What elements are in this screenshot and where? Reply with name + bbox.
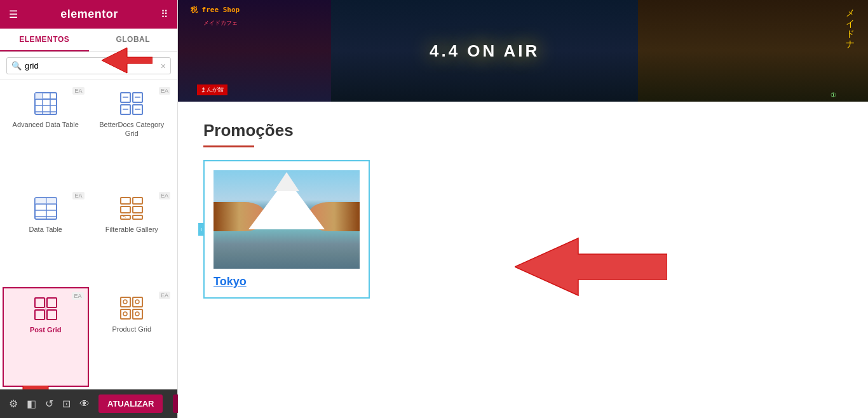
svg-rect-22 xyxy=(46,198,57,204)
widget-label-filterable-gallery: Filterable Gallery xyxy=(105,225,158,234)
search-clear-icon[interactable]: × xyxy=(161,61,166,71)
section-title: Promoções xyxy=(203,121,843,140)
sidebar: ☰ elementor ⠿ ELEMENTOS GLOBAL 🔍 × EA xyxy=(0,0,178,418)
svg-point-41 xyxy=(123,300,127,304)
main-content-area: Promoções ‹ Tokyo xyxy=(178,102,868,418)
widget-data-table[interactable]: EA Data Table xyxy=(3,187,89,287)
ea-badge-2: EA xyxy=(159,87,170,95)
widget-product-grid[interactable]: EA Product Grid xyxy=(89,287,175,387)
tab-elementos[interactable]: ELEMENTOS xyxy=(0,29,89,51)
sidebar-header: ☰ elementor ⠿ xyxy=(0,0,177,29)
svg-rect-32 xyxy=(35,310,44,320)
svg-point-44 xyxy=(135,312,139,316)
svg-rect-26 xyxy=(133,206,142,213)
svg-point-43 xyxy=(123,312,127,316)
svg-rect-24 xyxy=(133,198,142,204)
search-icon: 🔍 xyxy=(11,61,22,71)
widget-label-data-table: Data Table xyxy=(29,225,62,234)
main-content: 税 free Shop メイドカフェ まんが館 4.4 ON AIR メイドナ … xyxy=(178,0,868,418)
post-card: Tokyo xyxy=(214,170,360,288)
post-grid-icon xyxy=(33,296,58,321)
filterable-gallery-icon xyxy=(119,196,144,221)
post-title-link[interactable]: Tokyo xyxy=(214,275,247,288)
app-title: elementor xyxy=(60,8,118,21)
svg-marker-45 xyxy=(515,238,667,295)
widget-advanced-data-table[interactable]: EA Advanced Data Table xyxy=(3,83,89,187)
sidebar-tabs: ELEMENTOS GLOBAL xyxy=(0,29,177,52)
ea-badge-3: EA xyxy=(72,192,84,199)
widget-label-post-grid: Post Grid xyxy=(30,325,62,334)
content-box-handle: ‹ xyxy=(198,223,205,236)
ea-badge-5: EA xyxy=(72,292,83,300)
svg-rect-7 xyxy=(35,93,43,99)
svg-rect-25 xyxy=(121,206,130,213)
ea-badge-6: EA xyxy=(159,292,170,299)
sidebar-footer: ⚙ ◧ ↺ ⊡ 👁 ATUALIZAR ▾ xyxy=(0,389,177,418)
tab-global[interactable]: GLOBAL xyxy=(89,29,178,51)
svg-rect-33 xyxy=(47,310,57,320)
widget-label-product-grid: Product Grid xyxy=(112,325,151,334)
betterdocs-category-grid-icon xyxy=(119,91,144,116)
svg-rect-38 xyxy=(133,297,142,307)
svg-rect-21 xyxy=(35,198,46,204)
main-banner: 税 free Shop メイドカフェ まんが館 4.4 ON AIR メイドナ … xyxy=(178,0,868,102)
widget-label-advanced-data-table: Advanced Data Table xyxy=(13,120,79,129)
responsive-icon[interactable]: ⊡ xyxy=(62,398,71,410)
settings-icon[interactable]: ⚙ xyxy=(9,398,18,410)
preview-icon[interactable]: 👁 xyxy=(79,398,90,410)
content-box: ‹ Tokyo xyxy=(203,160,370,299)
data-table-icon xyxy=(33,196,58,221)
svg-line-29 xyxy=(123,216,126,217)
search-input[interactable] xyxy=(6,57,171,74)
svg-rect-31 xyxy=(47,298,57,307)
grid-icon[interactable]: ⠿ xyxy=(161,8,168,20)
banner-main-text: 4.4 ON AIR xyxy=(430,41,539,61)
widget-filterable-gallery[interactable]: EA Filterable Gallery xyxy=(89,187,175,287)
layers-icon[interactable]: ◧ xyxy=(27,398,36,410)
widget-grid: EA Advanced Data Table EA xyxy=(0,80,177,389)
widget-label-betterdocs: BetterDocs Category Grid xyxy=(95,120,170,138)
svg-point-42 xyxy=(135,300,139,304)
hamburger-icon[interactable]: ☰ xyxy=(9,8,18,20)
ea-badge: EA xyxy=(72,87,84,95)
widget-post-grid[interactable]: EA Post Grid xyxy=(3,287,89,387)
svg-rect-37 xyxy=(121,297,130,307)
svg-rect-28 xyxy=(133,215,142,219)
section-underline xyxy=(203,145,254,147)
history-icon[interactable]: ↺ xyxy=(45,398,53,410)
product-grid-icon xyxy=(119,295,144,321)
update-button[interactable]: ATUALIZAR xyxy=(98,394,163,413)
image-arrow-annotation xyxy=(515,235,667,299)
svg-rect-23 xyxy=(121,198,130,204)
post-card-image xyxy=(214,170,360,269)
advanced-data-table-icon xyxy=(33,91,58,116)
ea-badge-4: EA xyxy=(159,192,170,199)
svg-rect-40 xyxy=(133,309,142,319)
sidebar-search-area: 🔍 × xyxy=(0,52,177,80)
svg-rect-39 xyxy=(121,309,130,319)
widget-betterdocs-category-grid[interactable]: EA BetterDocs Category Grid xyxy=(89,83,175,187)
svg-rect-30 xyxy=(35,298,44,307)
